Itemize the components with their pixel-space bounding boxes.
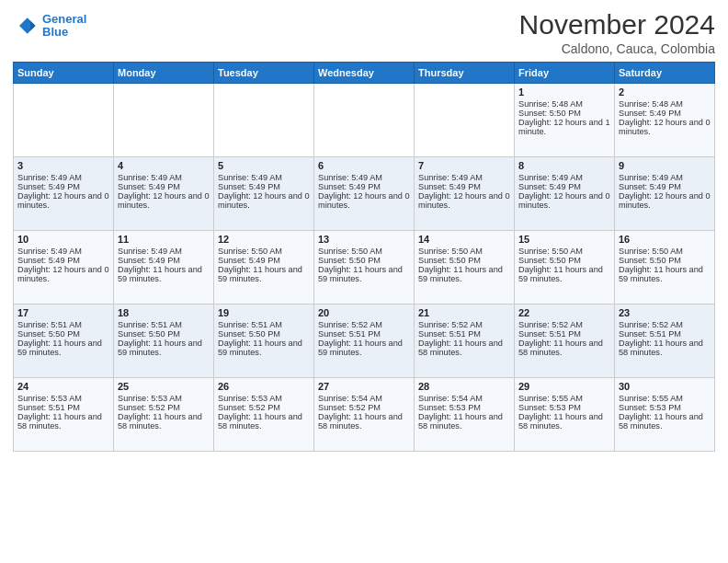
cell-text: Sunset: 5:50 PM [218, 329, 310, 339]
calendar-cell: 13Sunrise: 5:50 AMSunset: 5:50 PMDayligh… [314, 231, 415, 304]
cell-text: Sunset: 5:49 PM [418, 182, 510, 191]
cell-text: Sunset: 5:50 PM [318, 256, 410, 265]
cell-text: Daylight: 11 hours and 59 minutes. [619, 265, 711, 283]
day-number: 12 [218, 234, 310, 245]
cell-text: Sunrise: 5:49 AM [318, 173, 410, 182]
cell-text: Sunset: 5:50 PM [418, 256, 510, 265]
logo-text: General Blue [42, 13, 86, 40]
col-header-wednesday: Wednesday [314, 63, 415, 84]
cell-text: Daylight: 11 hours and 59 minutes. [218, 265, 310, 283]
day-number: 15 [518, 234, 610, 245]
logo: General Blue [13, 13, 86, 40]
cell-text: Sunrise: 5:49 AM [118, 173, 210, 182]
cell-text: Daylight: 11 hours and 59 minutes. [218, 339, 310, 357]
cell-text: Sunset: 5:50 PM [619, 256, 711, 265]
calendar-cell: 10Sunrise: 5:49 AMSunset: 5:49 PMDayligh… [14, 231, 114, 304]
header: General Blue November 2024 Caldono, Cauc… [13, 9, 715, 56]
day-number: 23 [619, 307, 711, 318]
calendar-cell: 12Sunrise: 5:50 AMSunset: 5:49 PMDayligh… [214, 231, 314, 304]
calendar-cell: 1Sunrise: 5:48 AMSunset: 5:50 PMDaylight… [515, 84, 615, 157]
cell-text: Daylight: 12 hours and 0 minutes. [17, 265, 109, 283]
cell-text: Sunrise: 5:55 AM [619, 394, 711, 403]
cell-text: Daylight: 12 hours and 0 minutes. [17, 191, 109, 210]
day-number: 3 [17, 160, 109, 171]
cell-text: Sunset: 5:49 PM [518, 182, 610, 191]
calendar-cell: 29Sunrise: 5:55 AMSunset: 5:53 PMDayligh… [515, 378, 615, 452]
day-number: 29 [518, 381, 610, 392]
cell-text: Sunrise: 5:54 AM [418, 394, 510, 403]
day-number: 4 [118, 160, 210, 171]
cell-text: Sunrise: 5:53 AM [118, 394, 210, 403]
calendar-cell: 14Sunrise: 5:50 AMSunset: 5:50 PMDayligh… [415, 231, 515, 304]
cell-text: Daylight: 11 hours and 59 minutes. [318, 265, 410, 283]
calendar-cell: 15Sunrise: 5:50 AMSunset: 5:50 PMDayligh… [515, 231, 615, 304]
cell-text: Daylight: 11 hours and 59 minutes. [118, 339, 210, 357]
cell-text: Sunrise: 5:53 AM [218, 394, 310, 403]
cell-text: Daylight: 12 hours and 1 minute. [518, 118, 610, 136]
cell-text: Sunrise: 5:50 AM [218, 247, 310, 256]
cell-text: Sunset: 5:49 PM [118, 182, 210, 191]
day-number: 26 [218, 381, 310, 392]
cell-text: Daylight: 12 hours and 0 minutes. [619, 191, 711, 210]
cell-text: Sunset: 5:52 PM [318, 403, 410, 412]
calendar-header-row: SundayMondayTuesdayWednesdayThursdayFrid… [14, 63, 715, 84]
cell-text: Daylight: 11 hours and 59 minutes. [418, 265, 510, 283]
calendar-cell: 19Sunrise: 5:51 AMSunset: 5:50 PMDayligh… [214, 304, 314, 378]
cell-text: Sunrise: 5:51 AM [118, 320, 210, 329]
cell-text: Sunset: 5:52 PM [218, 403, 310, 412]
cell-text: Sunrise: 5:50 AM [318, 247, 410, 256]
calendar-table: SundayMondayTuesdayWednesdayThursdayFrid… [13, 62, 715, 452]
day-number: 27 [318, 381, 410, 392]
calendar-cell: 4Sunrise: 5:49 AMSunset: 5:49 PMDaylight… [114, 157, 214, 231]
calendar-cell: 30Sunrise: 5:55 AMSunset: 5:53 PMDayligh… [615, 378, 715, 452]
day-number: 13 [318, 234, 410, 245]
logo-icon [13, 13, 39, 39]
day-number: 10 [17, 234, 109, 245]
cell-text: Sunset: 5:49 PM [17, 256, 109, 265]
calendar-cell: 23Sunrise: 5:52 AMSunset: 5:51 PMDayligh… [615, 304, 715, 378]
cell-text: Daylight: 12 hours and 0 minutes. [418, 191, 510, 210]
logo-line2: Blue [42, 25, 68, 39]
day-number: 17 [17, 307, 109, 318]
cell-text: Daylight: 11 hours and 59 minutes. [318, 339, 410, 357]
cell-text: Sunset: 5:50 PM [118, 329, 210, 339]
cell-text: Sunrise: 5:49 AM [619, 173, 711, 182]
calendar-cell: 28Sunrise: 5:54 AMSunset: 5:53 PMDayligh… [415, 378, 515, 452]
cell-text: Sunrise: 5:50 AM [518, 247, 610, 256]
calendar-cell: 17Sunrise: 5:51 AMSunset: 5:50 PMDayligh… [14, 304, 114, 378]
cell-text: Sunset: 5:50 PM [17, 329, 109, 339]
cell-text: Daylight: 12 hours and 0 minutes. [118, 191, 210, 210]
calendar-cell [314, 84, 415, 157]
calendar-week-row: 3Sunrise: 5:49 AMSunset: 5:49 PMDaylight… [14, 157, 715, 231]
cell-text: Sunset: 5:51 PM [518, 329, 610, 339]
cell-text: Sunrise: 5:51 AM [17, 320, 109, 329]
calendar-cell: 16Sunrise: 5:50 AMSunset: 5:50 PMDayligh… [615, 231, 715, 304]
cell-text: Sunset: 5:53 PM [518, 403, 610, 412]
col-header-monday: Monday [114, 63, 214, 84]
cell-text: Daylight: 11 hours and 58 minutes. [318, 412, 410, 431]
calendar-cell: 8Sunrise: 5:49 AMSunset: 5:49 PMDaylight… [515, 157, 615, 231]
col-header-thursday: Thursday [415, 63, 515, 84]
cell-text: Sunset: 5:49 PM [118, 256, 210, 265]
cell-text: Daylight: 11 hours and 58 minutes. [218, 412, 310, 431]
calendar-cell: 5Sunrise: 5:49 AMSunset: 5:49 PMDaylight… [214, 157, 314, 231]
day-number: 7 [418, 160, 510, 171]
day-number: 2 [619, 86, 711, 98]
cell-text: Daylight: 12 hours and 0 minutes. [318, 191, 410, 210]
day-number: 8 [518, 160, 610, 171]
calendar-cell: 22Sunrise: 5:52 AMSunset: 5:51 PMDayligh… [515, 304, 615, 378]
calendar-week-row: 10Sunrise: 5:49 AMSunset: 5:49 PMDayligh… [14, 231, 715, 304]
cell-text: Sunset: 5:49 PM [619, 109, 711, 118]
cell-text: Daylight: 11 hours and 58 minutes. [418, 412, 510, 431]
calendar-cell: 6Sunrise: 5:49 AMSunset: 5:49 PMDaylight… [314, 157, 415, 231]
cell-text: Sunset: 5:52 PM [118, 403, 210, 412]
cell-text: Sunset: 5:50 PM [518, 256, 610, 265]
cell-text: Sunset: 5:49 PM [218, 182, 310, 191]
col-header-tuesday: Tuesday [214, 63, 314, 84]
cell-text: Daylight: 12 hours and 0 minutes. [619, 118, 711, 136]
col-header-sunday: Sunday [14, 63, 114, 84]
cell-text: Sunrise: 5:52 AM [418, 320, 510, 329]
calendar-cell [214, 84, 314, 157]
calendar-cell: 26Sunrise: 5:53 AMSunset: 5:52 PMDayligh… [214, 378, 314, 452]
cell-text: Sunset: 5:49 PM [218, 256, 310, 265]
